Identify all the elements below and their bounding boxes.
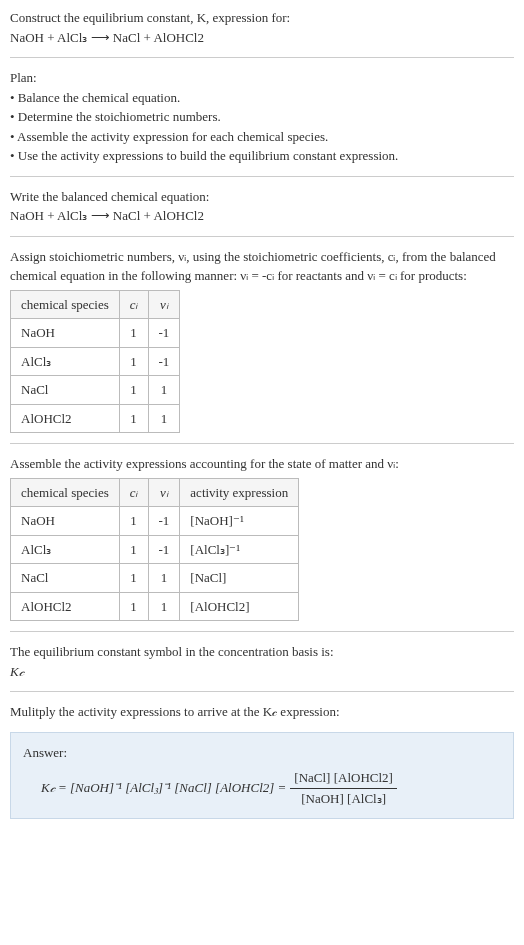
balanced-section: Write the balanced chemical equation: Na… [10, 187, 514, 226]
answer-label: Answer: [23, 743, 501, 763]
divider [10, 236, 514, 237]
stoich-table: chemical species cᵢ νᵢ NaOH 1 -1 AlCl₃ 1… [10, 290, 180, 434]
species-cell: AlCl₃ [11, 347, 120, 376]
table-row: NaCl 1 1 [NaCl] [11, 564, 299, 593]
species-cell: AlOHCl2 [11, 404, 120, 433]
table-header: cᵢ [119, 290, 148, 319]
v-cell: -1 [148, 507, 180, 536]
plan-title: Plan: [10, 68, 514, 88]
table-header-row: chemical species cᵢ νᵢ [11, 290, 180, 319]
plan-item: • Assemble the activity expression for e… [10, 127, 514, 147]
species-cell: NaOH [11, 507, 120, 536]
symbol-line2: K𝒸 [10, 662, 514, 682]
balanced-title: Write the balanced chemical equation: [10, 187, 514, 207]
expr-cell: [NaCl] [180, 564, 299, 593]
divider [10, 443, 514, 444]
divider [10, 691, 514, 692]
c-cell: 1 [119, 507, 148, 536]
symbol-section: The equilibrium constant symbol in the c… [10, 642, 514, 681]
divider [10, 176, 514, 177]
table-row: NaOH 1 -1 [NaOH]⁻¹ [11, 507, 299, 536]
v-cell: -1 [148, 535, 180, 564]
plan-item: • Balance the chemical equation. [10, 88, 514, 108]
table-row: NaCl 1 1 [11, 376, 180, 405]
species-cell: AlOHCl2 [11, 592, 120, 621]
table-row: AlCl₃ 1 -1 [11, 347, 180, 376]
v-cell: 1 [148, 592, 180, 621]
v-cell: -1 [148, 347, 180, 376]
answer-lhs: K𝒸 = [NaOH]⁻¹ [AlCl₃]⁻¹ [NaCl] [AlOHCl2]… [41, 778, 286, 798]
stoich-section: Assign stoichiometric numbers, νᵢ, using… [10, 247, 514, 434]
table-header: chemical species [11, 478, 120, 507]
header-line1: Construct the equilibrium constant, K, e… [10, 8, 514, 28]
v-cell: 1 [148, 404, 180, 433]
table-header-row: chemical species cᵢ νᵢ activity expressi… [11, 478, 299, 507]
activity-section: Assemble the activity expressions accoun… [10, 454, 514, 621]
activity-table: chemical species cᵢ νᵢ activity expressi… [10, 478, 299, 622]
table-row: AlCl₃ 1 -1 [AlCl₃]⁻¹ [11, 535, 299, 564]
fraction-numerator: [NaCl] [AlOHCl2] [290, 768, 397, 789]
header-section: Construct the equilibrium constant, K, e… [10, 8, 514, 47]
table-row: AlOHCl2 1 1 [AlOHCl2] [11, 592, 299, 621]
table-header: activity expression [180, 478, 299, 507]
c-cell: 1 [119, 564, 148, 593]
v-cell: 1 [148, 376, 180, 405]
species-cell: NaCl [11, 564, 120, 593]
species-cell: NaOH [11, 319, 120, 348]
expr-cell: [NaOH]⁻¹ [180, 507, 299, 536]
answer-expression: K𝒸 = [NaOH]⁻¹ [AlCl₃]⁻¹ [NaCl] [AlOHCl2]… [23, 768, 501, 808]
multiply-text: Mulitply the activity expressions to arr… [10, 702, 514, 722]
table-row: AlOHCl2 1 1 [11, 404, 180, 433]
expr-cell: [AlCl₃]⁻¹ [180, 535, 299, 564]
v-cell: -1 [148, 319, 180, 348]
c-cell: 1 [119, 347, 148, 376]
table-header: chemical species [11, 290, 120, 319]
species-cell: NaCl [11, 376, 120, 405]
plan-item: • Use the activity expressions to build … [10, 146, 514, 166]
answer-fraction: [NaCl] [AlOHCl2] [NaOH] [AlCl₃] [290, 768, 397, 808]
plan-section: Plan: • Balance the chemical equation. •… [10, 68, 514, 166]
divider [10, 57, 514, 58]
expr-cell: [AlOHCl2] [180, 592, 299, 621]
fraction-denominator: [NaOH] [AlCl₃] [297, 789, 390, 809]
c-cell: 1 [119, 404, 148, 433]
species-cell: AlCl₃ [11, 535, 120, 564]
v-cell: 1 [148, 564, 180, 593]
balanced-equation: NaOH + AlCl₃ ⟶ NaCl + AlOHCl2 [10, 206, 514, 226]
c-cell: 1 [119, 592, 148, 621]
activity-intro: Assemble the activity expressions accoun… [10, 454, 514, 474]
table-row: NaOH 1 -1 [11, 319, 180, 348]
header-equation: NaOH + AlCl₃ ⟶ NaCl + AlOHCl2 [10, 28, 514, 48]
table-header: cᵢ [119, 478, 148, 507]
c-cell: 1 [119, 535, 148, 564]
symbol-line1: The equilibrium constant symbol in the c… [10, 642, 514, 662]
stoich-intro: Assign stoichiometric numbers, νᵢ, using… [10, 247, 514, 286]
plan-item: • Determine the stoichiometric numbers. [10, 107, 514, 127]
c-cell: 1 [119, 376, 148, 405]
c-cell: 1 [119, 319, 148, 348]
answer-box: Answer: K𝒸 = [NaOH]⁻¹ [AlCl₃]⁻¹ [NaCl] [… [10, 732, 514, 820]
divider [10, 631, 514, 632]
table-header: νᵢ [148, 478, 180, 507]
table-header: νᵢ [148, 290, 180, 319]
multiply-section: Mulitply the activity expressions to arr… [10, 702, 514, 722]
